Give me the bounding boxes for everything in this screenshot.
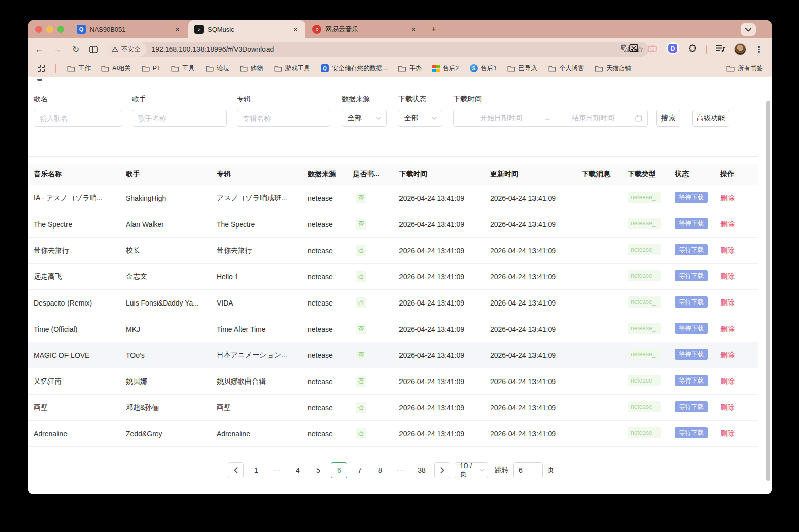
action-cell: 删除 <box>720 351 758 360</box>
folder-icon <box>240 65 248 72</box>
reload-button[interactable]: ↻ <box>69 42 83 56</box>
jump-page-input[interactable] <box>513 462 543 478</box>
close-tab-icon[interactable]: ✕ <box>173 26 182 33</box>
forward-button[interactable]: → <box>50 42 64 56</box>
bookmark-folder-pt[interactable]: PT <box>142 65 161 72</box>
bookmark-secure-storage[interactable]: Q 安全储存您的数据... <box>321 64 387 73</box>
bookmark-folder-tmall[interactable]: 天猫店铺 <box>595 64 631 73</box>
page-size-select[interactable]: 10 / 页 <box>455 462 488 478</box>
pagination-ellipsis[interactable]: ··· <box>269 462 285 478</box>
music-name: 带你去旅行 <box>28 246 126 255</box>
tab-title: SQMusic <box>208 26 291 33</box>
translate-icon[interactable]: 文A <box>621 44 629 54</box>
tab-nas90b051[interactable]: Q NAS90B051 ✕ <box>71 20 187 38</box>
end-date-placeholder[interactable]: 结束日期时间 <box>551 114 635 123</box>
folder-icon <box>67 65 75 72</box>
bookmark-folder-forum[interactable]: 论坛 <box>206 64 229 73</box>
bookmark-folder-blog[interactable]: 个人博客 <box>548 64 584 73</box>
page-5[interactable]: 5 <box>310 462 326 478</box>
address-bar[interactable]: 不安全 192.168.100.138:18996/#/V3Download 文… <box>107 42 649 57</box>
bookmark-aftersale2[interactable]: 售后2 <box>432 64 459 73</box>
bookmark-folder-game-tools[interactable]: 游戏工具 <box>274 64 310 73</box>
bookmark-folder-tools[interactable]: 工具 <box>171 64 195 73</box>
source: netease <box>308 325 353 333</box>
playlist-icon[interactable] <box>715 44 725 55</box>
album-input[interactable] <box>237 110 330 127</box>
bookmarks-divider <box>55 64 56 73</box>
page-38[interactable]: 38 <box>414 462 430 478</box>
delete-button[interactable]: 删除 <box>720 272 735 280</box>
tv-extension-icon[interactable] <box>647 44 657 55</box>
tab-search-button[interactable] <box>741 23 756 36</box>
pagination-ellipsis[interactable]: ··· <box>393 462 409 478</box>
menu-kebab-icon[interactable]: ⋮ <box>755 45 763 54</box>
zoom-window-button[interactable] <box>57 26 64 33</box>
back-button[interactable]: ← <box>32 42 46 56</box>
close-tab-icon[interactable]: ✕ <box>409 26 418 33</box>
tab-sqmusic[interactable]: ♪ SQMusic ✕ <box>188 20 305 38</box>
folder-icon <box>726 65 735 72</box>
update-time: 2026-04-24 13:41:09 <box>490 220 582 229</box>
col-status: 状态 <box>675 170 720 179</box>
bookmark-folder-figures[interactable]: 手办 <box>398 64 422 73</box>
sqmusic-app-icon: ♪ <box>194 25 204 34</box>
apps-grid-icon[interactable] <box>38 65 45 72</box>
status-cell: 等待下载 <box>675 401 720 414</box>
bookmark-folder-work[interactable]: 工作 <box>67 64 91 73</box>
page-6-active[interactable]: 6 <box>331 462 347 478</box>
start-date-placeholder[interactable]: 开始日期时间 <box>459 114 544 123</box>
delete-button[interactable]: 删除 <box>720 351 735 359</box>
close-tab-icon[interactable]: ✕ <box>291 26 300 33</box>
all-bookmarks-button[interactable]: 所有书签 <box>726 64 763 73</box>
source-select[interactable]: 全部 <box>342 110 387 127</box>
update-time: 2026-04-24 13:41:09 <box>490 377 582 386</box>
status-badge: 等待下载 <box>675 401 708 412</box>
album: 姚贝娜歌曲合辑 <box>217 377 308 386</box>
profile-avatar[interactable] <box>734 43 746 55</box>
status-select[interactable]: 全部 <box>398 110 442 127</box>
minimize-window-button[interactable] <box>46 26 53 33</box>
delete-button[interactable]: 删除 <box>720 403 735 411</box>
song-name-input[interactable] <box>34 110 122 127</box>
page-8[interactable]: 8 <box>372 462 388 478</box>
bookmark-label: 论坛 <box>217 64 229 73</box>
status-badge: 等待下载 <box>675 218 708 229</box>
page-4[interactable]: 4 <box>290 462 306 478</box>
bookmark-aftersale1[interactable]: S 售后1 <box>470 64 497 73</box>
bookmark-label: 手办 <box>409 64 422 73</box>
delete-button[interactable]: 删除 <box>720 298 735 307</box>
status-badge: 等待下载 <box>675 270 708 281</box>
page-7[interactable]: 7 <box>352 462 368 478</box>
bookmarks-bar: 工作 AI相关 PT 工具 论坛 购物 <box>28 60 772 77</box>
sidebar-toggle-icon[interactable] <box>86 42 100 56</box>
new-tab-button[interactable]: + <box>427 23 440 36</box>
search-button-label: 搜索 <box>661 114 676 123</box>
tab-netease-music[interactable]: ♫ 网易云音乐 ✕ <box>306 20 423 38</box>
col-download-time: 下载时间 <box>399 170 490 179</box>
chevron-down-icon <box>376 117 381 120</box>
advanced-button[interactable]: 高级功能 <box>692 110 729 127</box>
page-1[interactable]: 1 <box>248 462 264 478</box>
page-scrollbar[interactable] <box>766 101 770 481</box>
bookmark-folder-shopping[interactable]: 购物 <box>240 64 263 73</box>
bookmark-folder-imported[interactable]: 已导入 <box>507 64 538 73</box>
delete-button[interactable]: 删除 <box>720 194 735 202</box>
delete-button[interactable]: 删除 <box>720 220 735 228</box>
security-badge[interactable]: 不安全 <box>107 42 147 57</box>
delete-button[interactable]: 删除 <box>720 246 735 254</box>
artist-input[interactable] <box>132 110 227 127</box>
folder-icon <box>142 65 150 72</box>
extensions-puzzle-icon[interactable] <box>688 44 697 55</box>
search-button[interactable]: 搜索 <box>656 110 680 127</box>
date-range-picker[interactable]: 开始日期时间 → 结束日期时间 <box>453 110 648 127</box>
d-extension-icon[interactable]: D <box>666 42 679 57</box>
album: Adrenaline <box>217 430 308 438</box>
close-window-button[interactable] <box>35 26 42 33</box>
delete-button[interactable]: 删除 <box>720 325 735 333</box>
prev-page-button[interactable] <box>228 462 244 478</box>
delete-button[interactable]: 删除 <box>720 377 735 385</box>
bookmark-folder-ai[interactable]: AI相关 <box>101 64 131 73</box>
next-page-button[interactable] <box>434 462 450 478</box>
scissors-extension-icon[interactable] <box>629 44 639 55</box>
delete-button[interactable]: 删除 <box>720 429 735 437</box>
